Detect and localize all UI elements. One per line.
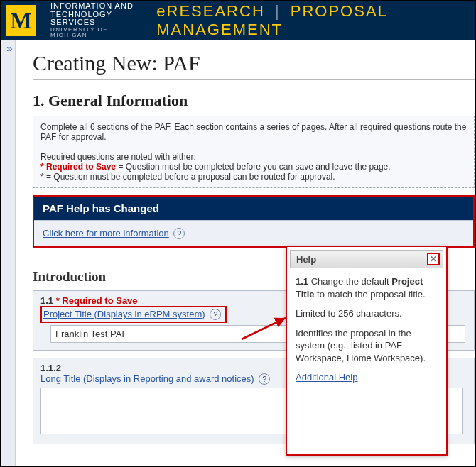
instructions-p1: Complete all 6 sections of the PAF. Each… (40, 122, 467, 142)
paf-help-body: Click here for more information ? (34, 220, 473, 246)
long-title-link[interactable]: Long Title (Displays in Reporting and aw… (40, 373, 254, 384)
divider (33, 79, 475, 80)
divider (43, 6, 43, 35)
help-line3: Identifies the proposal in the system (e… (296, 327, 438, 365)
expand-sidebar-icon[interactable]: » (1, 43, 15, 53)
t: to match the proposal title. (315, 289, 426, 300)
req-save-label: * Required to Save (40, 162, 116, 172)
instructions-req-save: * Required to Save = Question must be co… (40, 162, 467, 172)
left-sidebar: » (1, 40, 16, 466)
its-line2: TECHNOLOGY SERVICES (50, 11, 146, 27)
project-title-link[interactable]: Project Title (Displays in eRPM system) (43, 309, 205, 319)
section-heading: 1. General Information (33, 92, 475, 110)
close-icon[interactable]: ✕ (427, 253, 440, 265)
t: Change the default (308, 276, 391, 287)
banner-title: eRESEARCH | PROPOSAL MANAGEMENT (156, 2, 475, 39)
help-popup-header: Help ✕ (290, 250, 443, 268)
q11-label-highlight: Project Title (Displays in eRPM system) … (40, 306, 227, 323)
help-line1: 1.1 Change the default Project Title to … (296, 275, 438, 300)
paf-help-more-info-link[interactable]: Click here for more information (43, 228, 169, 238)
help-icon[interactable]: ? (259, 373, 270, 385)
help-line2: Limited to 256 characters. (296, 307, 438, 320)
paf-help-header: PAF Help has Changed (34, 197, 473, 220)
app-header: M INFORMATION AND TECHNOLOGY SERVICES UN… (1, 1, 475, 40)
help-qnum: 1.1 (296, 276, 308, 287)
q11-number: 1.1 (40, 295, 53, 306)
its-label: INFORMATION AND TECHNOLOGY SERVICES UNIV… (50, 2, 146, 38)
q11-required: * Required to Save (56, 295, 138, 306)
paf-help-changed-box: PAF Help has Changed Click here for more… (33, 195, 475, 248)
instructions-p2: Required questions are noted with either… (40, 152, 467, 162)
brand-left: eRESEARCH (156, 2, 264, 20)
help-icon[interactable]: ? (173, 228, 185, 239)
instructions-star-line: * = Question must be completed before a … (40, 172, 467, 182)
instructions-panel: Complete all 6 sections of the PAF. Each… (33, 116, 475, 188)
page-title: Creating New: PAF (33, 51, 475, 75)
help-popup-title: Help (296, 254, 316, 265)
its-line3: UNIVERSITY OF MICHIGAN (50, 27, 146, 39)
um-logo: M (6, 5, 36, 36)
req-save-rest: = Question must be completed before you … (118, 162, 390, 172)
help-icon[interactable]: ? (210, 309, 221, 320)
additional-help-link[interactable]: Additional Help (296, 372, 357, 383)
help-popup: Help ✕ 1.1 Change the default Project Ti… (286, 246, 448, 456)
help-popup-body: 1.1 Change the default Project Title to … (287, 271, 446, 395)
brand-sep: | (275, 2, 281, 20)
